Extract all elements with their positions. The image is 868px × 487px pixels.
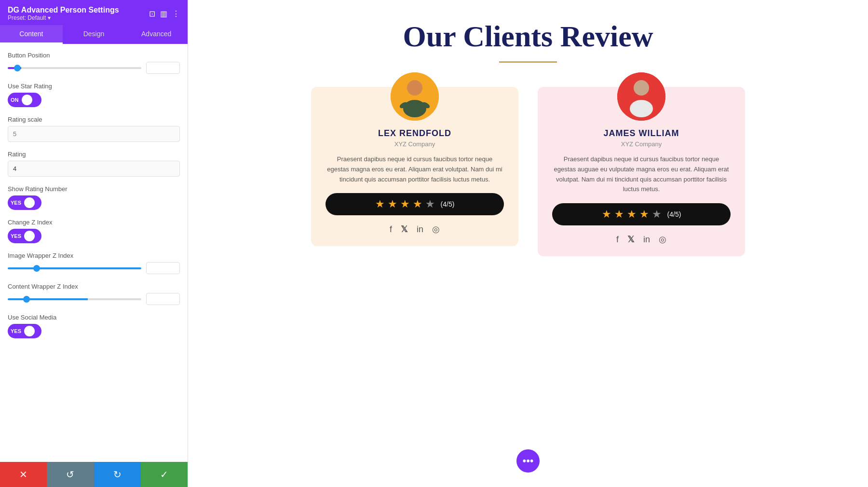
change-z-index-toggle-label: YES [11,233,21,239]
star-2-3: ★ [627,208,637,221]
layout-icon[interactable]: ▥ [160,9,167,18]
bottom-toolbar: ✕ ↺ ↻ ✓ [0,462,188,487]
card-1-rating-bar: ★ ★ ★ ★ ★ (4/5) [326,193,504,215]
section-title: Our Clients Review [403,19,653,54]
card-2-name: JAMES WILLIAM [604,128,679,139]
use-social-media-knob [24,326,35,336]
main-content: Our Clients Review [188,0,868,487]
undo-button[interactable]: ↺ [47,462,94,487]
card-2-text: Praesent dapibus neque id cursus faucibu… [552,154,731,195]
image-wrapper-z-index-slider-row: 20 [8,262,180,274]
tab-content[interactable]: Content [0,25,63,44]
card-2-company: XYZ Company [621,140,662,148]
undo-icon: ↺ [66,469,74,480]
confirm-icon: ✓ [160,469,168,480]
show-rating-number-knob [24,197,35,208]
instagram-icon-2[interactable]: ◎ [659,234,666,245]
avatar-2 [617,72,665,121]
content-wrapper-z-index-group: Content Wrapper Z Index 12 [8,283,180,305]
button-position-slider[interactable] [8,67,141,69]
image-wrapper-z-index-group: Image Wrapper Z Index 20 [8,252,180,274]
rating-scale-group: Rating scale [8,116,180,142]
change-z-index-knob [24,231,35,241]
rating-scale-input[interactable] [8,126,180,142]
change-z-index-toggle[interactable]: YES [8,229,41,243]
tab-bar: Content Design Advanced [0,25,188,44]
redo-icon: ↻ [113,469,122,480]
use-social-media-toggle-label: YES [11,328,21,334]
twitter-x-icon-1[interactable]: 𝕏 [401,224,408,235]
card-2-rating-bar: ★ ★ ★ ★ ★ (4/5) [552,203,731,225]
linkedin-icon-2[interactable]: in [643,235,650,245]
image-wrapper-z-index-slider[interactable] [8,267,141,269]
content-wrapper-z-index-value[interactable]: 12 [146,293,180,305]
star-1-2: ★ [388,198,397,210]
star-2-4: ★ [639,208,649,221]
image-wrapper-z-index-label: Image Wrapper Z Index [8,252,180,259]
star-2-1: ★ [602,208,611,221]
use-star-rating-toggle[interactable]: ON [8,93,41,107]
responsive-icon[interactable]: ⊡ [149,9,155,18]
button-position-label: Button Position [8,52,180,59]
instagram-icon-1[interactable]: ◎ [432,224,440,235]
card-1-name: LEX RENDFOLD [378,128,451,139]
fab-dots-icon: ••• [522,455,533,467]
content-wrapper-z-index-slider-row: 12 [8,293,180,305]
tab-advanced[interactable]: Advanced [125,25,188,44]
star-1-1: ★ [375,198,385,210]
cancel-icon: ✕ [19,469,27,480]
panel-header-icons: ⊡ ▥ ⋮ [149,9,180,18]
linkedin-icon-1[interactable]: in [417,224,423,235]
star-2-2: ★ [614,208,624,221]
image-wrapper-z-index-value[interactable]: 20 [146,262,180,274]
show-rating-number-toggle-label: YES [11,200,21,206]
panel-title: DG Advanced Person Settings [8,6,119,14]
star-1-5: ★ [425,198,435,210]
rating-input[interactable]: 4 [8,161,180,177]
card-1-rating-label: (4/5) [441,200,455,208]
panel-preset[interactable]: Preset: Default ▾ [8,14,119,21]
tab-design[interactable]: Design [63,25,125,44]
use-star-rating-toggle-label: ON [11,97,19,103]
more-icon[interactable]: ⋮ [172,9,180,18]
use-social-media-label: Use Social Media [8,314,180,321]
show-rating-number-group: Show Rating Number YES [8,185,180,210]
avatar-1 [391,72,439,121]
card-2-social-row: f 𝕏 in ◎ [616,234,666,245]
show-rating-number-toggle[interactable]: YES [8,195,41,210]
use-star-rating-group: Use Star Rating ON [8,83,180,107]
svg-point-6 [634,80,649,96]
card-1-social-row: f 𝕏 in ◎ [390,224,440,235]
settings-panel: DG Advanced Person Settings Preset: Defa… [0,0,188,487]
fab-button[interactable]: ••• [516,449,540,473]
content-wrapper-z-index-slider[interactable] [8,298,141,300]
redo-button[interactable]: ↻ [94,462,141,487]
twitter-x-icon-2[interactable]: 𝕏 [627,234,635,245]
use-star-rating-label: Use Star Rating [8,83,180,90]
panel-header: DG Advanced Person Settings Preset: Defa… [0,0,188,25]
star-1-4: ★ [413,198,422,210]
facebook-icon-2[interactable]: f [616,235,619,245]
content-wrapper-z-index-label: Content Wrapper Z Index [8,283,180,290]
rating-group: Rating 4 [8,151,180,177]
confirm-button[interactable]: ✓ [141,462,188,487]
review-card-1: LEX RENDFOLD XYZ Company Praesent dapibu… [311,87,518,246]
card-1-text: Praesent dapibus neque id cursus faucibu… [326,154,504,184]
title-underline [499,61,557,63]
cancel-button[interactable]: ✕ [0,462,47,487]
card-2-rating-label: (4/5) [667,210,681,218]
rating-scale-label: Rating scale [8,116,180,123]
change-z-index-label: Change Z Index [8,219,180,226]
button-position-value[interactable]: 1 [146,62,180,74]
rating-label: Rating [8,151,180,158]
use-social-media-toggle[interactable]: YES [8,324,41,338]
button-position-group: Button Position 1 [8,52,180,74]
review-card-2: JAMES WILLIAM XYZ Company Praesent dapib… [538,87,745,256]
panel-body: Button Position 1 Use Star Rating ON Rat… [0,44,188,462]
svg-point-7 [630,100,653,117]
cards-row: LEX RENDFOLD XYZ Company Praesent dapibu… [311,87,745,256]
star-1-3: ★ [400,198,410,210]
facebook-icon-1[interactable]: f [390,224,392,235]
use-star-rating-knob [22,95,32,105]
svg-point-1 [407,80,422,96]
